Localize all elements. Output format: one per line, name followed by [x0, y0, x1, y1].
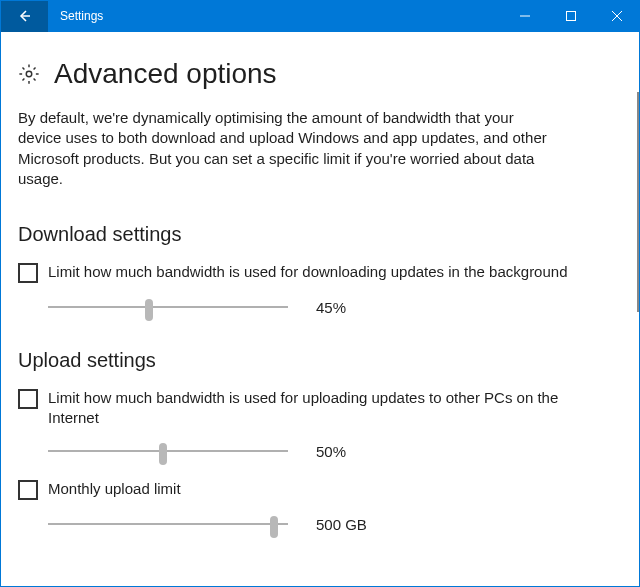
slider-thumb[interactable] [159, 443, 167, 465]
upload-slider-value: 50% [316, 443, 376, 460]
download-section-title: Download settings [18, 223, 622, 246]
download-limit-label: Limit how much bandwidth is used for dow… [48, 262, 568, 282]
window-controls [502, 0, 640, 32]
window-title: Settings [48, 9, 502, 23]
maximize-button[interactable] [548, 0, 594, 32]
upload-limit-label: Limit how much bandwidth is used for upl… [48, 388, 608, 427]
download-slider-value: 45% [316, 299, 376, 316]
slider-track [48, 523, 288, 525]
minimize-button[interactable] [502, 0, 548, 32]
slider-thumb[interactable] [270, 516, 278, 538]
monthly-limit-label: Monthly upload limit [48, 479, 181, 499]
download-limit-checkbox[interactable] [18, 263, 38, 283]
monthly-limit-row: Monthly upload limit [18, 479, 622, 500]
download-slider-row: 45% [48, 297, 622, 317]
content-area: Advanced options By default, we're dynam… [0, 32, 640, 587]
monthly-slider-row: 500 GB [48, 514, 622, 534]
titlebar: Settings [0, 0, 640, 32]
upload-limit-checkbox[interactable] [18, 389, 38, 409]
monthly-limit-checkbox[interactable] [18, 480, 38, 500]
page-header: Advanced options [18, 58, 622, 90]
page-description: By default, we're dynamically optimising… [18, 108, 558, 189]
close-button[interactable] [594, 0, 640, 32]
upload-section: Upload settings Limit how much bandwidth… [18, 349, 622, 534]
upload-slider-row: 50% [48, 441, 622, 461]
page-title: Advanced options [54, 58, 277, 90]
gear-icon [18, 63, 40, 85]
upload-bandwidth-slider[interactable] [48, 441, 288, 461]
slider-track [48, 306, 288, 308]
download-limit-row: Limit how much bandwidth is used for dow… [18, 262, 622, 283]
upload-section-title: Upload settings [18, 349, 622, 372]
svg-point-1 [26, 71, 32, 77]
download-bandwidth-slider[interactable] [48, 297, 288, 317]
upload-limit-row: Limit how much bandwidth is used for upl… [18, 388, 622, 427]
svg-rect-0 [567, 12, 576, 21]
arrow-left-icon [16, 8, 32, 24]
slider-track [48, 450, 288, 452]
download-section: Download settings Limit how much bandwid… [18, 223, 622, 317]
monthly-upload-slider[interactable] [48, 514, 288, 534]
monthly-slider-value: 500 GB [316, 516, 376, 533]
slider-thumb[interactable] [145, 299, 153, 321]
back-button[interactable] [0, 0, 48, 32]
